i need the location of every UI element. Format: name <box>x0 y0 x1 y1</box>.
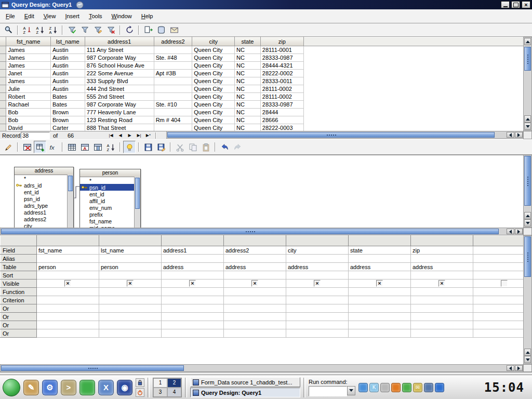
menu-insert[interactable]: Insert <box>60 11 84 21</box>
scroll-right-button[interactable] <box>515 229 523 234</box>
visible-checkbox-unchecked[interactable] <box>501 280 508 287</box>
field-item-affil_id[interactable]: affil_id <box>80 197 140 204</box>
cell[interactable]: James <box>6 46 51 54</box>
grid-cell[interactable] <box>162 313 224 321</box>
start-menu-button[interactable] <box>3 379 20 396</box>
field-item-adrs_id[interactable]: adrs_id <box>15 182 73 189</box>
cell[interactable]: Apt #3B <box>154 70 192 77</box>
grid-cell[interactable] <box>473 255 524 263</box>
cut-button[interactable] <box>174 141 186 153</box>
cell[interactable]: Queen City <box>192 62 235 70</box>
grid-cell[interactable] <box>162 304 224 313</box>
cell[interactable]: NC <box>235 93 261 101</box>
grid-cell[interactable] <box>286 329 349 338</box>
cell[interactable]: 28444 <box>260 109 303 116</box>
grid-cell[interactable] <box>473 246 524 255</box>
grid-cell[interactable]: lst_name <box>99 246 162 255</box>
close-button[interactable]: × <box>522 1 530 8</box>
grid-cell[interactable] <box>162 271 224 280</box>
cell[interactable]: Austin <box>50 54 85 62</box>
cell[interactable]: 111 Any Street <box>85 46 154 54</box>
cell[interactable]: Janet <box>6 70 51 77</box>
next-record-button[interactable]: ▶ <box>125 132 134 139</box>
last-record-button[interactable]: ▶| <box>135 132 143 139</box>
grid-cell[interactable]: × <box>37 280 99 288</box>
draw-pen-icon[interactable]: ✎ <box>23 380 39 395</box>
row-selector[interactable] <box>0 116 6 124</box>
grid-cell[interactable] <box>473 263 524 271</box>
cell[interactable]: Bates <box>50 101 85 109</box>
grid-cell[interactable] <box>99 313 162 321</box>
scrollbar-thumb[interactable] <box>135 178 140 209</box>
results-horizontal-scrollbar[interactable] <box>166 131 523 139</box>
cell[interactable]: NC <box>235 46 261 54</box>
cell[interactable]: Austin <box>50 85 85 93</box>
design-grid-column-header[interactable] <box>224 236 286 246</box>
grid-cell[interactable] <box>224 296 286 304</box>
grid-cell[interactable] <box>37 304 99 313</box>
cell[interactable]: NC <box>235 85 261 93</box>
cell[interactable]: NC <box>235 109 261 116</box>
grid-cell[interactable] <box>99 271 162 280</box>
task-button-2[interactable]: Query Design: Query1 <box>190 388 300 397</box>
cell[interactable]: Austin <box>50 77 85 85</box>
cell[interactable] <box>154 85 192 93</box>
grid-cell[interactable] <box>37 313 99 321</box>
cell[interactable]: Queen City <box>192 101 235 109</box>
grid-cell[interactable] <box>411 313 473 321</box>
scroll-right-button[interactable] <box>515 132 523 138</box>
grid-cell[interactable] <box>37 296 99 304</box>
tray-clipboard-icon[interactable] <box>358 383 368 392</box>
menu-view[interactable]: View <box>39 11 61 21</box>
cell[interactable]: James <box>6 62 51 70</box>
cell[interactable]: Queen City <box>192 70 235 77</box>
first-record-button[interactable]: |◀ <box>107 132 115 139</box>
grid-cell[interactable] <box>473 304 524 313</box>
query-design-grid[interactable]: Fieldfst_namelst_nameaddress1address2cit… <box>0 235 523 364</box>
cell[interactable]: Robert <box>6 93 51 101</box>
tray-clip-icon[interactable] <box>380 383 390 392</box>
grid-cell[interactable] <box>224 288 286 296</box>
cell[interactable]: Queen City <box>192 124 235 131</box>
grid-cell[interactable] <box>349 321 411 329</box>
design-panel-horizontal-scrollbar[interactable] <box>0 228 523 235</box>
grid-cell[interactable] <box>37 329 99 338</box>
web-browser-icon[interactable]: ◉ <box>117 380 132 395</box>
row-header-or-9[interactable]: Or <box>1 321 37 329</box>
visible-checkbox-checked[interactable]: × <box>127 280 134 287</box>
grid-cell[interactable] <box>99 304 162 313</box>
cell[interactable]: Queen City <box>192 116 235 124</box>
grid-cell[interactable]: address <box>286 263 349 271</box>
grid-cell[interactable]: address <box>349 263 411 271</box>
grid-cell[interactable] <box>349 304 411 313</box>
scrollbar-thumb[interactable] <box>1 365 184 371</box>
cell[interactable] <box>154 77 192 85</box>
cell[interactable]: 876 School House Ave <box>85 62 154 70</box>
grid-cell[interactable] <box>473 296 524 304</box>
grid-cell[interactable]: zip <box>411 246 473 255</box>
save-as-button[interactable] <box>155 141 167 153</box>
row-header-or[interactable]: Or <box>1 304 37 313</box>
grid-cell[interactable] <box>411 321 473 329</box>
menu-help[interactable]: Help <box>137 11 158 21</box>
paste-button[interactable] <box>200 141 212 153</box>
cell[interactable]: Ste. #48 <box>154 54 192 62</box>
scroll-up-button[interactable] <box>524 115 531 123</box>
row-selector[interactable] <box>0 101 6 109</box>
table-box-scrollbar[interactable] <box>134 177 140 228</box>
row-selector[interactable] <box>0 62 6 70</box>
column-header-city[interactable]: city <box>192 37 235 46</box>
cell[interactable]: Queen City <box>192 109 235 116</box>
pager-desktop-1[interactable]: 1 <box>153 378 167 388</box>
scrollbar-thumb[interactable] <box>167 132 495 138</box>
cell[interactable]: 123 Resting Road <box>85 116 154 124</box>
grid-cell[interactable] <box>286 313 349 321</box>
copy-button[interactable] <box>187 141 199 153</box>
pager-desktop-4[interactable]: 4 <box>167 388 181 397</box>
cell[interactable]: 28444-4321 <box>260 62 303 70</box>
grid-cell[interactable] <box>286 288 349 296</box>
cell[interactable]: Bates <box>50 93 85 101</box>
cell[interactable]: Queen City <box>192 77 235 85</box>
field-item-adrs_type[interactable]: adrs_type <box>15 202 73 209</box>
apply-filter-button[interactable] <box>78 24 91 36</box>
